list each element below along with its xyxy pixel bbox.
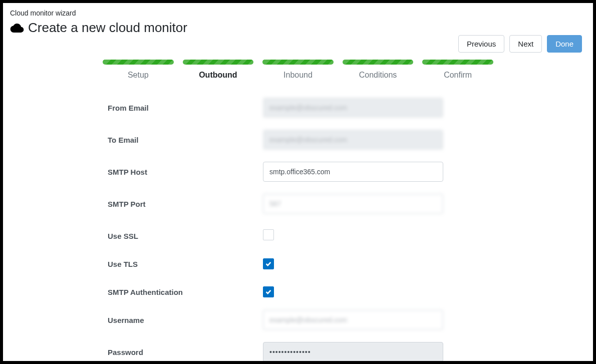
row-username: Username <box>103 310 493 330</box>
step-inbound[interactable]: Inbound <box>262 60 334 80</box>
check-icon <box>265 288 272 295</box>
step-bar <box>422 60 493 65</box>
smtp-auth-label: SMTP Authentication <box>103 288 263 296</box>
done-button[interactable]: Done <box>547 35 582 53</box>
smtp-port-label: SMTP Port <box>103 200 263 208</box>
use-tls-label: Use TLS <box>103 260 263 268</box>
from-email-label: From Email <box>103 104 263 112</box>
step-label: Confirm <box>422 71 493 80</box>
row-from-email: From Email <box>103 98 493 118</box>
wizard-steps: Setup Outbound Inbound Conditions Confir… <box>103 60 493 80</box>
use-ssl-label: Use SSL <box>103 232 263 240</box>
wizard-action-buttons: Previous Next Done <box>458 35 582 53</box>
previous-button[interactable]: Previous <box>458 35 504 53</box>
step-conditions[interactable]: Conditions <box>343 60 414 80</box>
row-use-tls: Use TLS <box>103 254 493 274</box>
smtp-auth-checkbox[interactable] <box>263 286 274 297</box>
row-smtp-auth: SMTP Authentication <box>103 282 493 302</box>
use-ssl-checkbox[interactable] <box>263 229 274 240</box>
use-tls-checkbox[interactable] <box>263 258 274 269</box>
password-label: Password <box>103 348 263 356</box>
username-label: Username <box>103 316 263 324</box>
row-use-ssl: Use SSL <box>103 226 493 246</box>
step-label: Outbound <box>183 71 254 80</box>
page-title-row: Create a new cloud monitor <box>10 20 586 36</box>
page-title: Create a new cloud monitor <box>28 20 187 36</box>
cloud-icon <box>10 23 24 33</box>
smtp-host-label: SMTP Host <box>103 168 263 176</box>
row-smtp-host: SMTP Host <box>103 162 493 182</box>
from-email-input[interactable] <box>263 98 443 118</box>
username-input[interactable] <box>263 310 443 330</box>
step-bar <box>262 60 334 65</box>
step-bar <box>103 60 174 65</box>
wizard-area: Setup Outbound Inbound Conditions Confir… <box>103 60 493 362</box>
step-bar <box>183 60 254 65</box>
next-button[interactable]: Next <box>509 35 542 53</box>
row-smtp-port: SMTP Port <box>103 194 493 214</box>
password-input[interactable] <box>263 342 443 362</box>
smtp-host-input[interactable] <box>263 162 443 182</box>
step-label: Inbound <box>262 71 334 80</box>
check-icon <box>265 260 272 267</box>
to-email-input[interactable] <box>263 130 443 150</box>
step-outbound[interactable]: Outbound <box>183 60 254 80</box>
step-setup[interactable]: Setup <box>103 60 174 80</box>
row-to-email: To Email <box>103 130 493 150</box>
step-label: Conditions <box>343 71 414 80</box>
breadcrumb: Cloud monitor wizard <box>10 9 586 17</box>
step-label: Setup <box>103 71 174 80</box>
smtp-port-input[interactable] <box>263 194 443 214</box>
row-password: Password <box>103 342 493 362</box>
to-email-label: To Email <box>103 136 263 144</box>
step-confirm[interactable]: Confirm <box>422 60 493 80</box>
step-bar <box>343 60 414 65</box>
